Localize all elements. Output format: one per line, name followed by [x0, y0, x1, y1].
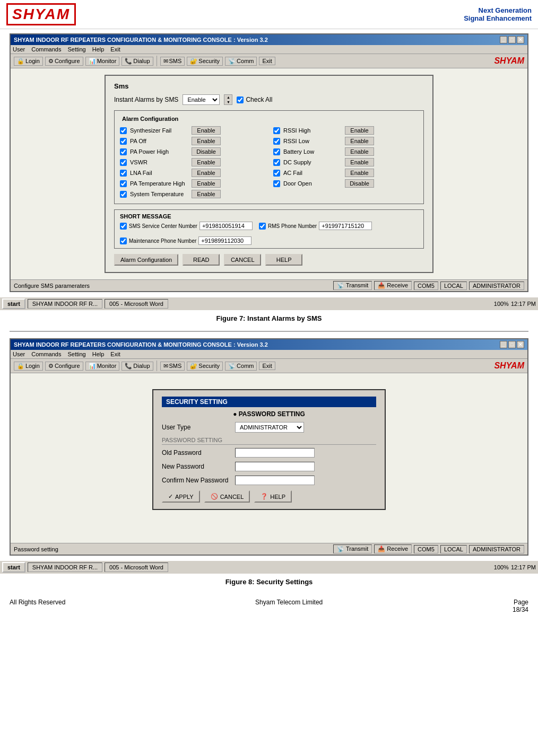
start-button-8[interactable]: start — [2, 562, 25, 573]
dc-btn[interactable]: Enable — [345, 158, 374, 166]
spin-down[interactable]: ▼ — [224, 100, 232, 104]
transmit-status: 📡 Transmit — [333, 281, 372, 290]
menu8-exit[interactable]: Exit — [110, 351, 120, 357]
dc-checkbox[interactable] — [273, 159, 280, 166]
minimize-btn[interactable]: _ — [500, 36, 507, 43]
lna-btn[interactable]: Enable — [192, 169, 221, 177]
vswr-checkbox[interactable] — [120, 159, 127, 166]
figure7-window: SHYAM INDOOR RF REPEATERS CONFIGURATION … — [10, 33, 528, 292]
instant-alarms-select[interactable]: Enable Disable — [183, 94, 220, 105]
new-pwd-input[interactable] — [235, 462, 315, 471]
lna-checkbox[interactable] — [120, 170, 127, 177]
menu8-help[interactable]: Help — [92, 351, 105, 357]
toolbar8-exit[interactable]: Exit — [259, 362, 275, 370]
toolbar8-configure[interactable]: ⚙ Configure — [45, 362, 83, 371]
toolbar-security[interactable]: 🔐 Security — [187, 57, 223, 66]
toolbar-monitor[interactable]: 📊 Monitor — [85, 57, 120, 66]
toolbar-sms[interactable]: ✉ SMS — [160, 57, 185, 66]
sec-cancel-button[interactable]: 🚫 CANCEL — [204, 490, 250, 503]
toolbar-exit[interactable]: Exit — [259, 57, 275, 65]
pa-off-btn[interactable]: Enable — [192, 137, 221, 145]
start-button[interactable]: start — [2, 298, 25, 309]
menu-help[interactable]: Help — [92, 46, 105, 52]
menu8-commands[interactable]: Commands — [31, 351, 61, 357]
pa-off-label: PA Off — [130, 138, 188, 144]
task8-shyam[interactable]: SHYAM INDOOR RF R... — [28, 562, 102, 572]
security-content-area: SECURITY SETTING ● PASSWORD SETTING User… — [11, 373, 527, 543]
task8-word[interactable]: 005 - Microsoft Word — [105, 562, 168, 572]
door-btn[interactable]: Disable — [345, 179, 374, 188]
rms-number-input[interactable] — [319, 222, 372, 230]
menu8-setting[interactable]: Setting — [67, 351, 85, 357]
cancel-button[interactable]: CANCEL — [224, 254, 261, 266]
toolbar8-dialup[interactable]: 📞 Dialup — [122, 362, 153, 371]
pa-off-checkbox[interactable] — [120, 138, 127, 145]
rssi-low-checkbox[interactable] — [273, 138, 280, 145]
menu-setting[interactable]: Setting — [67, 46, 85, 52]
synth-btn[interactable]: Enable — [192, 126, 221, 135]
close-btn[interactable]: ✕ — [517, 36, 524, 43]
instant-alarms-label: Instant Alarms by SMS — [114, 96, 178, 103]
sys-temp-checkbox[interactable] — [120, 191, 127, 198]
ac-btn[interactable]: Enable — [345, 169, 374, 177]
menu-exit[interactable]: Exit — [110, 46, 120, 52]
rssi-high-checkbox[interactable] — [273, 127, 280, 134]
old-pwd-input[interactable] — [235, 448, 315, 458]
sms-number-input[interactable] — [199, 222, 253, 230]
confirm-pwd-input[interactable] — [235, 476, 315, 485]
maint-phone-checkbox[interactable] — [120, 238, 127, 244]
minimize-btn-8[interactable]: _ — [500, 341, 507, 348]
read-button[interactable]: READ — [183, 254, 220, 266]
ac-checkbox[interactable] — [273, 170, 280, 177]
admin8-status: ADMINISTRATOR — [469, 545, 524, 553]
sys-temp-btn[interactable]: Enable — [192, 190, 221, 198]
maint-number-input[interactable] — [198, 236, 251, 245]
rssi-high-btn[interactable]: Enable — [345, 126, 374, 135]
task-word[interactable]: 005 - Microsoft Word — [105, 299, 168, 309]
help-button[interactable]: HELP — [265, 254, 302, 266]
pa-temp-btn[interactable]: Enable — [192, 179, 221, 188]
pa-power-btn[interactable]: Disable — [192, 147, 221, 156]
synth-checkbox[interactable] — [120, 127, 127, 134]
toolbar8-comm[interactable]: 📡 Comm — [225, 362, 257, 371]
user-type-select[interactable]: ADMINISTRATOR USER — [235, 422, 304, 433]
vswr-btn[interactable]: Enable — [192, 158, 221, 166]
window8-controls[interactable]: _ □ ✕ — [500, 341, 524, 348]
pa-temp-checkbox[interactable] — [120, 180, 127, 187]
door-checkbox[interactable] — [273, 180, 280, 187]
synth-label: Synthesizer Fail — [130, 127, 188, 134]
pa-power-checkbox[interactable] — [120, 148, 127, 155]
sms-service-checkbox[interactable] — [120, 223, 127, 230]
toolbar8-sms[interactable]: ✉ SMS — [160, 362, 185, 371]
zoom8-level: 100% — [494, 564, 509, 570]
alarm-row-synth: Synthesizer Fail Enable — [120, 125, 265, 136]
check-all-checkbox[interactable] — [237, 96, 244, 103]
toolbar-login[interactable]: 🔒 Login — [14, 57, 43, 66]
task-shyam[interactable]: SHYAM INDOOR RF R... — [28, 299, 102, 309]
restore-btn[interactable]: □ — [508, 36, 516, 43]
security-panel: SECURITY SETTING ● PASSWORD SETTING User… — [152, 389, 386, 510]
cancel-icon: 🚫 — [211, 493, 218, 500]
menu8-user[interactable]: User — [13, 351, 25, 357]
toolbar-comm[interactable]: 📡 Comm — [225, 57, 257, 66]
rssi-low-btn[interactable]: Enable — [345, 137, 374, 145]
menu-user[interactable]: User — [13, 46, 25, 52]
battery-checkbox[interactable] — [273, 148, 280, 155]
toolbar-dialup[interactable]: 📞 Dialup — [122, 57, 153, 66]
toolbar-configure[interactable]: ⚙ Configure — [45, 57, 83, 66]
spin-up[interactable]: ▲ — [224, 95, 232, 100]
apply-button[interactable]: ✓ APPLY — [162, 490, 200, 503]
battery-btn[interactable]: Enable — [345, 147, 374, 156]
window-controls[interactable]: _ □ ✕ — [500, 36, 524, 43]
toolbar8-login[interactable]: 🔒 Login — [14, 362, 43, 371]
battery-label: Battery Low — [283, 148, 342, 155]
spin-control[interactable]: ▲ ▼ — [224, 94, 232, 105]
alarm-config-button[interactable]: Alarm Configuration — [114, 254, 178, 266]
close-btn-8[interactable]: ✕ — [517, 341, 524, 348]
toolbar8-monitor[interactable]: 📊 Monitor — [85, 362, 120, 371]
sec-help-button[interactable]: ❓ HELP — [254, 490, 292, 503]
rms-phone-checkbox[interactable] — [259, 223, 266, 230]
restore-btn-8[interactable]: □ — [508, 341, 516, 348]
toolbar8-security[interactable]: 🔐 Security — [187, 362, 223, 371]
menu-commands[interactable]: Commands — [31, 46, 61, 52]
